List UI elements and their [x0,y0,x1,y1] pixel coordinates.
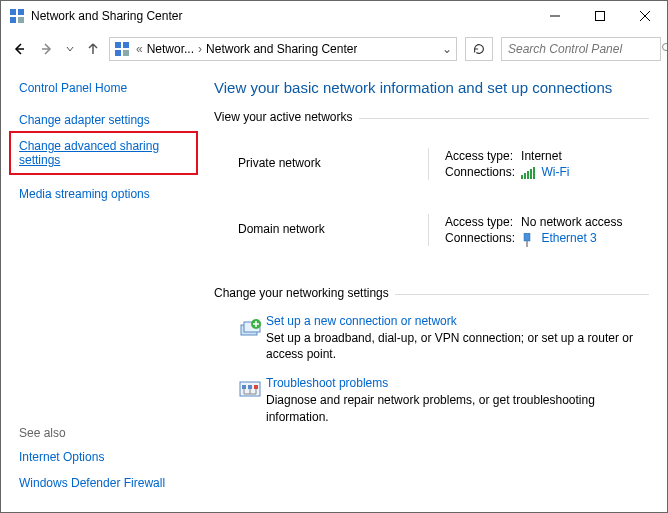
svg-rect-12 [115,50,121,56]
breadcrumb-icon [114,41,130,57]
access-type-value: Internet [521,148,575,164]
svg-rect-19 [530,169,532,179]
refresh-button[interactable] [465,37,493,61]
page-heading: View your basic network information and … [214,79,649,96]
connection-link-ethernet[interactable]: Ethernet 3 [541,231,596,245]
sidebar-defender-firewall[interactable]: Windows Defender Firewall [19,476,196,490]
svg-rect-5 [595,12,604,21]
networking-settings-group: Change your networking settings [214,286,649,300]
title-bar: Network and Sharing Center [1,1,667,31]
troubleshoot-link[interactable]: Troubleshoot problems [266,376,649,390]
network-name: Private network [238,148,428,180]
new-connection-icon [238,314,266,362]
back-button[interactable] [7,37,31,61]
network-row: Private network Access type: Internet Co… [214,130,649,194]
svg-rect-20 [533,167,535,179]
maximize-button[interactable] [577,1,622,31]
access-type-label: Access type: [445,148,521,164]
access-type-value: No network access [521,214,628,230]
connections-label: Connections: [445,164,521,180]
svg-rect-31 [254,385,258,389]
svg-rect-1 [18,9,24,15]
setup-connection-desc: Set up a broadband, dial-up, or VPN conn… [266,331,633,361]
svg-point-14 [663,43,669,50]
svg-rect-0 [10,9,16,15]
active-networks-group: View your active networks [214,110,649,124]
svg-rect-3 [18,17,24,23]
app-icon [9,8,25,24]
toolbar: « Networ... › Network and Sharing Center… [1,31,667,67]
networking-settings-label: Change your networking settings [214,286,395,300]
svg-rect-2 [10,17,16,23]
sidebar-internet-options[interactable]: Internet Options [19,450,196,464]
troubleshoot-desc: Diagnose and repair network problems, or… [266,393,595,423]
svg-rect-30 [248,385,252,389]
connection-link-wifi[interactable]: Wi-Fi [541,165,569,179]
svg-rect-13 [123,50,129,56]
main-content: View your basic network information and … [206,67,667,512]
sidebar-change-adapter[interactable]: Change adapter settings [19,113,196,127]
breadcrumb-seg-2[interactable]: Network and Sharing Center [206,42,357,56]
troubleshoot-icon [238,376,266,424]
ethernet-icon [521,233,535,245]
window-title: Network and Sharing Center [31,9,532,23]
search-box[interactable] [501,37,661,61]
breadcrumb[interactable]: « Networ... › Network and Sharing Center… [109,37,457,61]
setup-connection-link[interactable]: Set up a new connection or network [266,314,649,328]
sidebar: Control Panel Home Change adapter settin… [1,67,206,512]
search-icon[interactable] [661,42,668,57]
active-networks-label: View your active networks [214,110,359,124]
chevron-down-icon[interactable]: ⌄ [440,42,454,56]
chevron-right-icon[interactable]: › [194,42,206,56]
network-name: Domain network [238,214,428,246]
connections-label: Connections: [445,230,521,246]
svg-rect-21 [524,233,530,241]
wifi-signal-icon [521,167,535,179]
svg-rect-10 [115,42,121,48]
see-also-header: See also [19,426,196,440]
svg-rect-16 [521,175,523,179]
highlight-box: Change advanced sharing settings [9,131,198,175]
sidebar-media-streaming[interactable]: Media streaming options [19,187,196,201]
sidebar-change-advanced-sharing[interactable]: Change advanced sharing settings [19,139,188,167]
recent-dropdown[interactable] [63,37,77,61]
setting-row: Troubleshoot problems Diagnose and repai… [214,368,649,430]
network-row: Domain network Access type: No network a… [214,196,649,260]
breadcrumb-sep: « [132,42,147,56]
breadcrumb-seg-1[interactable]: Networ... [147,42,194,56]
minimize-button[interactable] [532,1,577,31]
search-input[interactable] [506,41,661,57]
svg-rect-18 [527,171,529,179]
forward-button[interactable] [35,37,59,61]
svg-rect-17 [524,173,526,179]
close-button[interactable] [622,1,667,31]
access-type-label: Access type: [445,214,521,230]
setting-row: Set up a new connection or network Set u… [214,306,649,368]
svg-rect-29 [242,385,246,389]
svg-rect-11 [123,42,129,48]
up-button[interactable] [81,37,105,61]
sidebar-control-panel-home[interactable]: Control Panel Home [19,81,196,95]
